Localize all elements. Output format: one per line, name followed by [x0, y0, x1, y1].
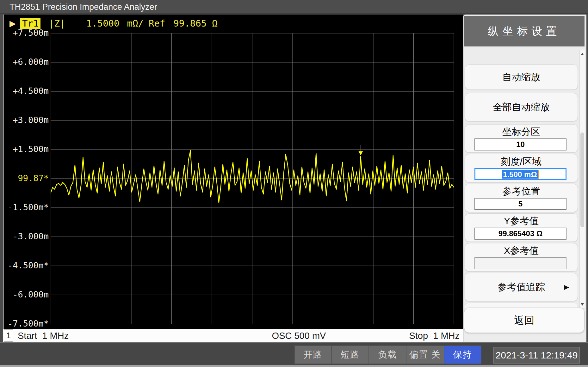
trace-ref-label: Ref — [149, 18, 165, 29]
y-axis-tick-label: -1.500m* — [4, 202, 49, 212]
sweep-start-label: Start 1 MHz — [18, 329, 69, 343]
y-axis-tick-label: -7.500m* — [4, 319, 49, 328]
text-caret — [538, 170, 539, 179]
active-trace-indicator-icon: ▶ — [9, 19, 16, 28]
short-correction-button[interactable]: 短路 — [331, 346, 369, 364]
divisions-label: 坐标分区 — [465, 125, 578, 138]
trace-parameter: |Z| — [49, 18, 65, 29]
load-correction-button[interactable]: 负载 — [369, 346, 406, 364]
softkey-sidebar: 纵坐标设置 自动缩放 全部自动缩放 坐标分区 10 刻度/区域 1.500 mΩ… — [463, 15, 586, 343]
x-ref-input[interactable] — [474, 257, 566, 269]
ref-position-input[interactable]: 5 — [474, 198, 566, 210]
clock: 2021-3-11 12:19:49 — [493, 347, 580, 364]
trace-scale-unit: mΩ/ — [127, 18, 144, 29]
trace-name-badge[interactable]: Tr1 — [20, 18, 40, 29]
bottom-status-bar: 开路 短路 负载 偏置 关 保持 2021-3-11 12:19:49 — [0, 342, 588, 365]
open-correction-button[interactable]: 开路 — [294, 346, 331, 364]
y-ref-input[interactable]: 99.865403 Ω — [474, 228, 566, 240]
selected-text: 1.500 mΩ — [502, 170, 537, 179]
submenu-arrow-icon: ► — [562, 273, 571, 301]
y-axis-tick-label: +3.000m — [4, 115, 49, 125]
y-ref-label: Y参考值 — [465, 215, 578, 228]
trace-plot — [51, 33, 454, 324]
osc-level-label: OSC 500 mV — [256, 329, 342, 343]
divisions-group: 坐标分区 10 — [465, 124, 578, 153]
channel-indicator: 1 — [4, 329, 13, 342]
chevron-down-icon[interactable] — [581, 303, 584, 306]
divisions-input[interactable]: 10 — [474, 138, 566, 150]
y-axis-tick-label: +1.500m — [4, 144, 49, 154]
y-axis-tick-label: +4.500m — [4, 86, 49, 96]
trace-ref-value: 99.865 Ω — [173, 18, 218, 29]
trace-status-line: ▶ Tr1 |Z| 1.5000 mΩ/ Ref 99.865 Ω — [9, 18, 218, 29]
y-axis-tick-label: -4.500m* — [4, 260, 49, 270]
x-axis-bar: 1 Start 1 MHz OSC 500 mV Stop 1 MHz — [3, 329, 463, 343]
instrument-window: { "window": { "title": "TH2851 Precision… — [0, 0, 588, 367]
scrollbar-thumb[interactable] — [580, 132, 584, 227]
y-ref-group: Y参考值 99.865403 Ω — [465, 213, 578, 242]
trace-scale-value: 1.5000 — [86, 18, 120, 29]
sweep-stop-label: Stop 1 MHz — [409, 329, 460, 343]
autoscale-button[interactable]: 自动缩放 — [465, 64, 578, 90]
marker-arrow-icon — [358, 145, 363, 155]
scale-per-div-label: 刻度/区域 — [465, 155, 578, 168]
ref-value-tracking-button[interactable]: 参考值追踪 ► — [465, 273, 578, 301]
y-axis-tick-label: +6.000m — [4, 57, 49, 67]
sidebar-title: 纵坐标设置 — [464, 16, 585, 46]
bias-off-button[interactable]: 偏置 关 — [406, 346, 444, 364]
y-axis-tick-label: 99.87* — [4, 173, 49, 183]
autoscale-all-button[interactable]: 全部自动缩放 — [465, 93, 578, 121]
hold-button[interactable]: 保持 — [444, 346, 481, 364]
back-button[interactable]: 返回 — [464, 308, 585, 333]
scale-per-div-input[interactable]: 1.500 mΩ — [474, 168, 566, 180]
ref-position-label: 参考位置 — [465, 185, 578, 198]
chevron-up-icon[interactable] — [581, 53, 584, 55]
sidebar-scroll-area: 自动缩放 全部自动缩放 坐标分区 10 刻度/区域 1.500 mΩ 参考位置 … — [464, 48, 578, 324]
x-ref-label: X参考值 — [465, 244, 578, 257]
x-ref-group: X参考值 — [465, 243, 578, 272]
y-axis-tick-label: +7.500m — [4, 28, 49, 38]
plot-area: ▶ Tr1 |Z| 1.5000 mΩ/ Ref 99.865 Ω +7.500… — [3, 15, 463, 329]
ref-value-tracking-label: 参考值追踪 — [498, 282, 545, 292]
y-axis-tick-label: -3.000m — [4, 231, 49, 241]
sidebar-scrollbar[interactable] — [579, 50, 585, 309]
scale-per-div-group: 刻度/区域 1.500 mΩ — [465, 154, 578, 182]
y-axis-tick-label: -6.000m — [4, 290, 49, 299]
ref-position-group: 参考位置 5 — [465, 184, 578, 212]
window-bottom-edge — [0, 365, 588, 367]
window-title: TH2851 Precision Impedance Analyzer — [0, 0, 588, 14]
